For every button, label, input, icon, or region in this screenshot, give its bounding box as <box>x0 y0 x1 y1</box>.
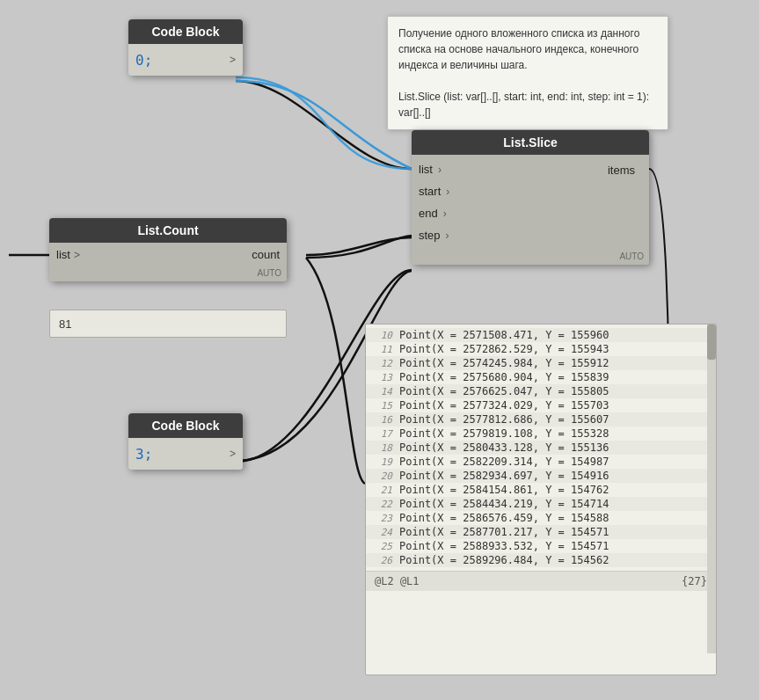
output-line: 21 Point(X = 2584154.861, Y = 154762 <box>366 483 716 497</box>
line-text: Point(X = 2582209.314, Y = 154987 <box>399 456 609 468</box>
slice-step-arrow: › <box>446 230 449 242</box>
output-line: 20 Point(X = 2582934.697, Y = 154916 <box>366 469 716 483</box>
list-count-node: List.Count list > count AUTO <box>49 218 287 281</box>
output-line: 16 Point(X = 2577812.686, Y = 155607 <box>366 412 716 427</box>
line-text: Point(X = 2584154.861, Y = 154762 <box>399 484 609 496</box>
line-text: Point(X = 2588933.532, Y = 154571 <box>399 540 609 552</box>
output-line: 15 Point(X = 2577324.029, Y = 155703 <box>366 398 716 412</box>
line-number: 13 <box>373 372 392 383</box>
output-line: 26 Point(X = 2589296.484, Y = 154562 <box>366 553 716 567</box>
line-number: 14 <box>373 386 392 397</box>
line-number: 25 <box>373 541 392 552</box>
tooltip-box: Получение одного вложенного списка из да… <box>387 16 668 130</box>
line-text: Point(X = 2571508.471, Y = 155960 <box>399 329 609 341</box>
output-line: 24 Point(X = 2587701.217, Y = 154571 <box>366 525 716 539</box>
code-block-1-node: Code Block 0; > <box>128 19 243 76</box>
list-count-header: List.Count <box>49 218 287 243</box>
slice-port-start: start › <box>412 180 527 202</box>
slice-port-list: list › <box>412 158 527 180</box>
list-count-title: List.Count <box>137 223 198 237</box>
output-line: 12 Point(X = 2574245.984, Y = 155912 <box>366 356 716 370</box>
line-number: 15 <box>373 400 392 412</box>
scrollbar-thumb[interactable] <box>707 324 716 360</box>
slice-end-arrow: › <box>443 208 447 220</box>
line-text: Point(X = 2574245.984, Y = 155912 <box>399 357 609 369</box>
output-line: 19 Point(X = 2582209.314, Y = 154987 <box>366 455 716 469</box>
output-line: 11 Point(X = 2572862.529, Y = 155943 <box>366 342 716 356</box>
tooltip-text2: List.Slice (list: var[]..[], start: int,… <box>398 91 649 119</box>
code-block-2-body[interactable]: 3; > <box>128 438 243 470</box>
line-number: 21 <box>373 485 392 496</box>
slice-list-arrow: › <box>438 164 442 176</box>
line-text: Point(X = 2577812.686, Y = 155607 <box>399 413 609 426</box>
code-block-2-value: 3; <box>135 446 152 463</box>
output-line: 14 Point(X = 2576625.047, Y = 155805 <box>366 384 716 398</box>
slice-port-step: step › <box>412 224 527 246</box>
list-count-body: list > count <box>49 243 287 266</box>
code-block-1-value: 0; <box>135 52 152 69</box>
list-count-auto: AUTO <box>49 266 287 281</box>
code-block-2-header: Code Block <box>128 413 243 438</box>
line-text: Point(X = 2576625.047, Y = 155805 <box>399 385 609 397</box>
output-footer: @L2 @L1 {27} <box>366 571 716 591</box>
output-line: 18 Point(X = 2580433.128, Y = 155136 <box>366 441 716 455</box>
list-slice-auto: AUTO <box>412 250 649 265</box>
line-number: 19 <box>373 456 392 468</box>
list-slice-body: list › start › end › step › items <box>412 155 649 250</box>
line-text: Point(X = 2580433.128, Y = 155136 <box>399 441 609 454</box>
line-text: Point(X = 2577324.029, Y = 155703 <box>399 399 609 412</box>
output-footer-right: {27} <box>682 575 707 587</box>
list-count-output-value: 81 <box>59 317 71 331</box>
slice-output-label: items <box>608 164 635 177</box>
code-block-2-arrow: > <box>230 448 236 460</box>
output-line: 17 Point(X = 2579819.108, Y = 155328 <box>366 427 716 441</box>
code-block-2-title: Code Block <box>151 419 219 433</box>
code-block-1-title: Code Block <box>151 25 219 39</box>
canvas: Получение одного вложенного списка из да… <box>0 0 759 700</box>
list-count-port-left: list <box>56 248 70 261</box>
line-text: Point(X = 2582934.697, Y = 154916 <box>399 470 609 482</box>
line-text: Point(X = 2586576.459, Y = 154588 <box>399 512 609 524</box>
code-block-1-header: Code Block <box>128 19 243 44</box>
line-text: Point(X = 2575680.904, Y = 155839 <box>399 371 609 383</box>
list-count-port-right: count <box>252 248 280 261</box>
list-count-left-arrow: > <box>74 249 80 261</box>
line-number: 26 <box>373 555 392 566</box>
line-text: Point(X = 2587701.217, Y = 154571 <box>399 526 609 538</box>
line-text: Point(X = 2589296.484, Y = 154562 <box>399 554 609 566</box>
line-number: 20 <box>373 470 392 482</box>
output-panel: 10 Point(X = 2571508.471, Y = 155960 11 … <box>365 324 717 675</box>
output-line: 25 Point(X = 2588933.532, Y = 154571 <box>366 539 716 553</box>
slice-port-start-label: start <box>419 185 441 198</box>
slice-start-arrow: › <box>446 186 449 198</box>
output-panel-content[interactable]: 10 Point(X = 2571508.471, Y = 155960 11 … <box>366 324 716 571</box>
line-number: 22 <box>373 499 392 510</box>
code-block-1-body[interactable]: 0; > <box>128 44 243 76</box>
line-number: 16 <box>373 414 392 426</box>
output-line: 10 Point(X = 2571508.471, Y = 155960 <box>366 328 716 342</box>
line-text: Point(X = 2572862.529, Y = 155943 <box>399 343 609 355</box>
line-number: 17 <box>373 428 392 440</box>
slice-port-end: end › <box>412 202 527 224</box>
line-text: Point(X = 2584434.219, Y = 154714 <box>399 498 609 510</box>
tooltip-text1: Получение одного вложенного списка из да… <box>398 27 639 71</box>
line-number: 18 <box>373 442 392 454</box>
list-slice-title: List.Slice <box>503 135 557 149</box>
output-line: 13 Point(X = 2575680.904, Y = 155839 <box>366 370 716 384</box>
list-slice-header: List.Slice <box>412 130 649 155</box>
slice-ports-left: list › start › end › step › <box>412 155 527 250</box>
line-text: Point(X = 2579819.108, Y = 155328 <box>399 427 609 440</box>
scrollbar-track[interactable] <box>707 324 716 653</box>
output-line: 22 Point(X = 2584434.219, Y = 154714 <box>366 497 716 511</box>
slice-port-list-label: list <box>419 163 433 176</box>
output-footer-left: @L2 @L1 <box>375 575 420 587</box>
output-line: 23 Point(X = 2586576.459, Y = 154588 <box>366 511 716 525</box>
line-number: 24 <box>373 527 392 538</box>
slice-output-row: items <box>601 159 642 181</box>
line-number: 11 <box>373 344 392 355</box>
line-number: 10 <box>373 330 392 341</box>
list-count-output: 81 <box>49 310 287 338</box>
slice-port-end-label: end <box>419 207 438 220</box>
list-slice-node: List.Slice list › start › end › step › <box>412 130 649 265</box>
code-block-1-arrow: > <box>230 54 236 66</box>
